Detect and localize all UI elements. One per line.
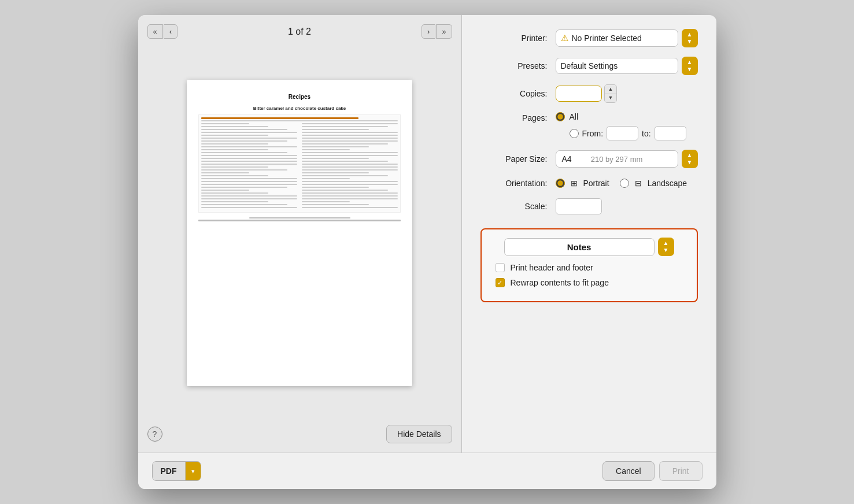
orientation-label: Orientation:: [480, 179, 556, 188]
next-page-button[interactable]: ›: [422, 24, 435, 39]
printer-control: ⚠ No Printer Selected ▲ ▼: [556, 29, 698, 47]
print-dialog: « ‹ 1 of 2 › » Rec: [138, 15, 716, 489]
presets-control: Default Settings ▲ ▼: [556, 57, 698, 75]
printer-label: Printer:: [480, 34, 556, 43]
scale-row: Scale: 100%: [480, 198, 698, 214]
copies-input[interactable]: 1: [556, 86, 602, 102]
first-page-icon: «: [153, 27, 157, 36]
last-page-button[interactable]: »: [436, 24, 452, 39]
presets-label: Presets:: [480, 61, 556, 71]
orientation-row: Orientation: ⊞ Portrait ⊟ Landscape: [480, 177, 698, 189]
landscape-icon: ⊟: [633, 177, 644, 189]
next-icon: ›: [427, 27, 430, 36]
preview-title: Recipes: [198, 94, 401, 100]
pdf-label: PDF: [161, 466, 177, 476]
notes-dropdown-row: Notes ▲ ▼: [491, 238, 687, 256]
pages-to-label: to:: [642, 129, 651, 138]
print-button[interactable]: Print: [659, 461, 703, 481]
cancel-label: Cancel: [616, 466, 641, 476]
prev-page-button[interactable]: ‹: [164, 24, 178, 39]
preview-subtitle: Bitter caramel and chocolate custard cak…: [198, 106, 401, 111]
paper-size-row: Paper Size: A4 210 by 297 mm ▲ ▼: [480, 150, 698, 168]
notes-spinner-down: ▼: [663, 247, 669, 253]
notes-select[interactable]: Notes: [504, 238, 655, 256]
portrait-label: Portrait: [583, 179, 609, 188]
presets-spinner-up: ▲: [687, 60, 693, 65]
header-footer-checkbox[interactable]: [496, 263, 505, 272]
pages-all-row: All: [556, 112, 686, 121]
pages-from-to-row: From: 1 to: 1: [570, 126, 686, 140]
first-page-button[interactable]: «: [147, 24, 163, 39]
preview-content: [198, 114, 401, 213]
pages-label: Pages:: [480, 112, 556, 123]
portrait-option: ⊞ Portrait: [556, 177, 609, 189]
preview-area: Recipes Bitter caramel and chocolate cus…: [147, 48, 452, 418]
help-icon: ?: [153, 429, 157, 439]
printer-warning-icon: ⚠: [561, 33, 568, 43]
next-nav-group: › »: [422, 24, 452, 39]
portrait-icon: ⊞: [568, 177, 580, 189]
copies-increment-button[interactable]: ▲: [605, 85, 617, 94]
pages-from-radio[interactable]: [570, 129, 579, 138]
page-indicator: 1 of 2: [178, 27, 422, 37]
pages-to-input[interactable]: 1: [655, 126, 686, 140]
copies-row: Copies: 1 ▲ ▼: [480, 84, 698, 103]
pages-control: All From: 1 to: 1: [556, 112, 698, 140]
copies-control: 1 ▲ ▼: [556, 84, 698, 103]
rewrap-checkbox[interactable]: ✓: [496, 278, 505, 287]
notes-spinner-up: ▲: [663, 240, 669, 246]
printer-value: No Printer Selected: [572, 34, 673, 43]
notes-section: Notes ▲ ▼ Print header and footer ✓ Rewr…: [480, 228, 698, 302]
pdf-dropdown-button[interactable]: ▾: [186, 462, 201, 480]
print-label: Print: [672, 466, 689, 476]
printer-select[interactable]: ⚠ No Printer Selected: [556, 29, 678, 47]
copies-label: Copies:: [480, 89, 556, 98]
copies-stepper: ▲ ▼: [604, 84, 618, 103]
printer-row: Printer: ⚠ No Printer Selected ▲ ▼: [480, 29, 698, 47]
pages-all-radio[interactable]: [556, 112, 565, 121]
pdf-dropdown-icon: ▾: [191, 468, 195, 475]
landscape-label: Landscape: [648, 179, 687, 188]
left-footer: ? Hide Details: [147, 418, 452, 443]
cancel-button[interactable]: Cancel: [602, 461, 655, 481]
checkmark-icon: ✓: [496, 279, 504, 287]
bottom-bar: PDF ▾ Cancel Print: [138, 453, 716, 489]
header-footer-row: Print header and footer: [491, 263, 687, 272]
rewrap-row: ✓ Rewrap contents to fit page: [491, 278, 687, 287]
right-panel: Printer: ⚠ No Printer Selected ▲ ▼ Prese…: [462, 15, 716, 453]
pages-from-input[interactable]: 1: [607, 126, 638, 140]
orientation-block: ⊞ Portrait ⊟ Landscape: [556, 177, 687, 189]
paper-spinner-down: ▼: [687, 160, 693, 165]
pages-row: Pages: All From: 1 to: 1: [480, 112, 698, 140]
scale-input[interactable]: 100%: [556, 198, 602, 214]
dialog-body: « ‹ 1 of 2 › » Rec: [138, 15, 716, 453]
pdf-wrapper: PDF ▾: [152, 461, 201, 481]
rewrap-label: Rewrap contents to fit page: [511, 278, 609, 287]
paper-size-spinner[interactable]: ▲ ▼: [682, 150, 698, 168]
presets-spinner[interactable]: ▲ ▼: [682, 57, 698, 75]
paper-size-value: A4: [562, 154, 591, 164]
pdf-button[interactable]: PDF: [153, 462, 186, 480]
paper-size-sub: 210 by 297 mm: [591, 155, 643, 164]
help-button[interactable]: ?: [147, 427, 162, 442]
prev-nav-group: « ‹: [147, 24, 178, 39]
prev-icon: ‹: [169, 27, 172, 36]
paper-size-label: Paper Size:: [480, 154, 556, 164]
copies-decrement-button[interactable]: ▼: [605, 94, 617, 103]
presets-spinner-down: ▼: [687, 66, 693, 72]
paper-spinner-up: ▲: [687, 153, 693, 158]
last-page-icon: »: [442, 27, 446, 36]
landscape-radio[interactable]: [620, 179, 629, 188]
hide-details-button[interactable]: Hide Details: [386, 425, 452, 443]
pages-block: All From: 1 to: 1: [556, 112, 686, 140]
portrait-radio[interactable]: [556, 179, 565, 188]
left-panel: « ‹ 1 of 2 › » Rec: [138, 15, 462, 453]
notes-label: Notes: [511, 242, 648, 252]
page-preview: Recipes Bitter caramel and chocolate cus…: [187, 80, 412, 386]
presets-select[interactable]: Default Settings: [556, 58, 678, 74]
notes-spinner[interactable]: ▲ ▼: [658, 238, 674, 256]
presets-row: Presets: Default Settings ▲ ▼: [480, 57, 698, 75]
printer-spinner[interactable]: ▲ ▼: [682, 29, 698, 47]
spinner-down-icon: ▼: [687, 39, 693, 45]
paper-size-select[interactable]: A4 210 by 297 mm: [556, 150, 678, 168]
